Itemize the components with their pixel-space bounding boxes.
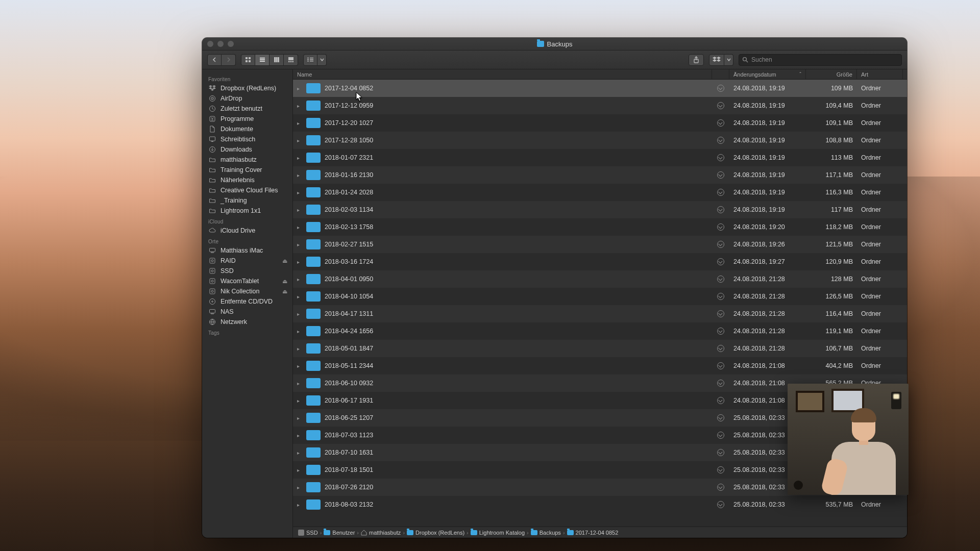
disclosure-triangle-icon[interactable]: ▸ (297, 155, 302, 161)
cloud-download-icon[interactable] (717, 137, 724, 144)
eject-icon[interactable]: ⏏ (282, 278, 287, 285)
cloud-download-icon[interactable] (717, 119, 724, 127)
table-row[interactable]: ▸ 2018-02-03 1134 24.08.2018, 19:19 117 … (293, 201, 907, 218)
cloud-download-icon[interactable] (717, 276, 724, 283)
view-gallery-button[interactable] (284, 54, 298, 66)
disclosure-triangle-icon[interactable]: ▸ (297, 190, 302, 195)
cloud-download-icon[interactable] (717, 501, 724, 508)
cloud-download-icon[interactable] (717, 189, 724, 196)
table-row[interactable]: ▸ 2018-05-01 1847 24.08.2018, 21:28 106,… (293, 340, 907, 357)
disclosure-triangle-icon[interactable]: ▸ (297, 381, 302, 386)
sidebar-item[interactable]: Dokumente (202, 124, 292, 134)
cloud-download-icon[interactable] (717, 85, 724, 92)
sidebar-item[interactable]: Entfernte CD/DVD (202, 296, 292, 307)
table-row[interactable]: ▸ 2018-02-13 1758 24.08.2018, 19:20 118,… (293, 218, 907, 236)
dropbox-button[interactable] (709, 54, 724, 66)
table-row[interactable]: ▸ 2018-08-03 2132 25.08.2018, 02:33 535,… (293, 496, 907, 513)
sidebar-item[interactable]: Nik Collection⏏ (202, 286, 292, 296)
col-kind[interactable]: Art (857, 69, 903, 79)
path-item[interactable]: Dropbox (RedLens) (407, 530, 464, 536)
table-row[interactable]: ▸ 2017-12-20 1027 24.08.2018, 19:19 109,… (293, 114, 907, 132)
sidebar-item[interactable]: Dropbox (RedLens) (202, 83, 292, 93)
path-item[interactable]: Backups (531, 530, 561, 536)
cloud-download-icon[interactable] (717, 258, 724, 265)
table-row[interactable]: ▸ 2018-04-24 1656 24.08.2018, 21:28 119,… (293, 322, 907, 340)
titlebar[interactable]: Backups (202, 38, 907, 51)
path-item[interactable]: SSD (298, 530, 318, 536)
cloud-download-icon[interactable] (717, 223, 724, 231)
col-modified[interactable]: Änderungsdatum ˆ (729, 69, 806, 79)
disclosure-triangle-icon[interactable]: ▸ (297, 294, 302, 299)
col-size[interactable]: Größe (806, 69, 857, 79)
table-row[interactable]: ▸ 2017-12-12 0959 24.08.2018, 19:19 109,… (293, 97, 907, 114)
view-columns-button[interactable] (270, 54, 284, 66)
cloud-download-icon[interactable] (717, 206, 724, 213)
disclosure-triangle-icon[interactable]: ▸ (297, 502, 302, 508)
table-row[interactable]: ▸ 2018-01-16 2130 24.08.2018, 19:19 117,… (293, 166, 907, 184)
cloud-download-icon[interactable] (717, 310, 724, 317)
cloud-download-icon[interactable] (717, 293, 724, 300)
share-button[interactable] (689, 54, 704, 66)
disclosure-triangle-icon[interactable]: ▸ (297, 224, 302, 230)
disclosure-triangle-icon[interactable]: ▸ (297, 450, 302, 456)
table-row[interactable]: ▸ 2017-12-28 1050 24.08.2018, 19:19 108,… (293, 132, 907, 149)
sidebar-item[interactable]: NAS (202, 307, 292, 317)
table-row[interactable]: ▸ 2018-02-27 1515 24.08.2018, 19:26 121,… (293, 236, 907, 253)
sidebar-item[interactable]: Downloads (202, 144, 292, 155)
view-icons-button[interactable] (241, 54, 255, 66)
disclosure-triangle-icon[interactable]: ▸ (297, 398, 302, 404)
cloud-download-icon[interactable] (717, 380, 724, 387)
table-row[interactable]: ▸ 2017-12-04 0852 24.08.2018, 19:19 109 … (293, 80, 907, 97)
table-row[interactable]: ▸ 2018-03-16 1724 24.08.2018, 19:27 120,… (293, 253, 907, 270)
disclosure-triangle-icon[interactable]: ▸ (297, 207, 302, 213)
forward-button[interactable] (222, 54, 236, 66)
cloud-download-icon[interactable] (717, 328, 724, 335)
disclosure-triangle-icon[interactable]: ▸ (297, 172, 302, 178)
table-row[interactable]: ▸ 2018-05-11 2344 24.08.2018, 21:08 404,… (293, 357, 907, 374)
table-row[interactable]: ▸ 2018-04-01 0950 24.08.2018, 21:28 128 … (293, 270, 907, 288)
path-item[interactable]: Lightroom Katalog (471, 530, 525, 536)
path-item[interactable]: 2017-12-04 0852 (567, 530, 619, 536)
sidebar-item[interactable]: Näherlebnis (202, 175, 292, 185)
cloud-download-icon[interactable] (717, 362, 724, 369)
cloud-download-icon[interactable] (717, 154, 724, 161)
sidebar-item[interactable]: Matthiass iMac (202, 245, 292, 256)
eject-icon[interactable]: ⏏ (282, 288, 287, 295)
search-input[interactable] (751, 56, 898, 63)
disclosure-triangle-icon[interactable]: ▸ (297, 415, 302, 421)
cloud-download-icon[interactable] (717, 397, 724, 404)
sidebar-item[interactable]: matthiasbutz (202, 155, 292, 165)
eject-icon[interactable]: ⏏ (282, 258, 287, 264)
disclosure-triangle-icon[interactable]: ▸ (297, 346, 302, 352)
disclosure-triangle-icon[interactable]: ▸ (297, 311, 302, 317)
view-list-button[interactable] (255, 54, 270, 66)
cloud-download-icon[interactable] (717, 466, 724, 473)
cloud-download-icon[interactable] (717, 171, 724, 179)
disclosure-triangle-icon[interactable]: ▸ (297, 363, 302, 369)
table-row[interactable]: ▸ 2018-04-10 1054 24.08.2018, 21:28 126,… (293, 288, 907, 305)
disclosure-triangle-icon[interactable]: ▸ (297, 138, 302, 143)
sidebar-item[interactable]: Netzwerk (202, 317, 292, 327)
sidebar[interactable]: FavoritenDropbox (RedLens)AirDropZuletzt… (202, 69, 293, 538)
sidebar-item[interactable]: Programme (202, 114, 292, 124)
sidebar-item[interactable]: Creative Cloud Files (202, 185, 292, 195)
sidebar-item[interactable]: Training Cover (202, 165, 292, 175)
sidebar-item[interactable]: Zuletzt benutzt (202, 104, 292, 114)
cloud-download-icon[interactable] (717, 414, 724, 421)
disclosure-triangle-icon[interactable]: ▸ (297, 433, 302, 438)
path-item[interactable]: matthiasbutz (361, 530, 401, 536)
search-field[interactable] (739, 54, 902, 66)
disclosure-triangle-icon[interactable]: ▸ (297, 259, 302, 265)
disclosure-triangle-icon[interactable]: ▸ (297, 485, 302, 490)
cloud-download-icon[interactable] (717, 449, 724, 456)
disclosure-triangle-icon[interactable]: ▸ (297, 120, 302, 126)
cloud-download-icon[interactable] (717, 345, 724, 352)
dropbox-menu-button[interactable] (724, 54, 733, 66)
sidebar-item[interactable]: RAID⏏ (202, 256, 292, 266)
path-bar[interactable]: SSD›Benutzer›matthiasbutz›Dropbox (RedLe… (293, 527, 907, 538)
disclosure-triangle-icon[interactable]: ▸ (297, 86, 302, 91)
table-row[interactable]: ▸ 2018-04-17 1311 24.08.2018, 21:28 116,… (293, 305, 907, 322)
disclosure-triangle-icon[interactable]: ▸ (297, 103, 302, 109)
sidebar-item[interactable]: WacomTablet⏏ (202, 276, 292, 286)
cloud-download-icon[interactable] (717, 432, 724, 439)
